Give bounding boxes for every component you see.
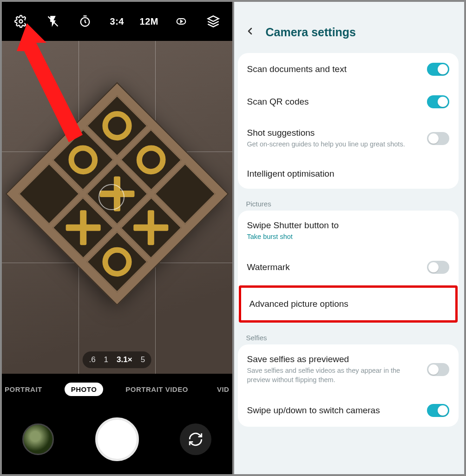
camera-mode-row[interactable]: PORTRAIT PHOTO PORTRAIT VIDEO VID xyxy=(2,374,232,404)
switch-camera-button[interactable] xyxy=(180,423,211,455)
mode-photo[interactable]: PHOTO xyxy=(65,383,104,396)
row-intelligent-optimisation[interactable]: Intelligent optimisation xyxy=(238,159,459,189)
row-scan-qr[interactable]: Scan QR codes xyxy=(238,86,459,118)
row-watermark[interactable]: Watermark xyxy=(238,251,459,284)
row-title: Save selfies as previewed xyxy=(247,354,421,364)
row-advanced-picture-options[interactable]: Advanced picture options xyxy=(241,288,456,320)
toggle-watermark[interactable] xyxy=(427,261,449,274)
camera-app-pane: 3:4 12M xyxy=(2,2,232,474)
settings-header: Camera settings xyxy=(234,2,465,53)
row-title: Scan QR codes xyxy=(247,97,421,107)
motion-photo-icon xyxy=(175,15,188,28)
settings-button[interactable] xyxy=(10,10,32,33)
row-swipe-switch-cameras[interactable]: Swipe up/down to switch cameras xyxy=(238,394,459,427)
shutter-button[interactable] xyxy=(95,417,139,461)
camera-viewfinder[interactable]: .6 1 3.1× 5 xyxy=(2,41,232,374)
settings-card-pictures: Swipe Shutter button to Take burst shot … xyxy=(238,211,459,323)
settings-body[interactable]: Scan documents and text Scan QR codes Sh… xyxy=(234,53,465,474)
mode-portrait-video[interactable]: PORTRAIT VIDEO xyxy=(119,383,195,396)
layers-icon xyxy=(207,15,220,28)
row-title: Watermark xyxy=(247,262,421,272)
camera-shutter-row xyxy=(2,404,232,474)
row-title: Advanced picture options xyxy=(249,299,447,309)
svg-point-0 xyxy=(19,20,22,23)
timer-icon xyxy=(79,15,92,28)
zoom-level-0[interactable]: .6 xyxy=(89,355,95,364)
toggle-save-selfies[interactable] xyxy=(427,363,449,376)
row-title: Swipe Shutter button to xyxy=(247,220,450,231)
back-button[interactable] xyxy=(244,26,256,39)
row-scan-documents[interactable]: Scan documents and text xyxy=(238,53,459,86)
resolution-button[interactable]: 12M xyxy=(138,10,160,33)
zoom-level-2[interactable]: 3.1× xyxy=(117,355,132,364)
section-label-selfies: Selfies xyxy=(238,327,459,344)
toggle-scan-qr[interactable] xyxy=(427,95,449,108)
toggle-shot-suggestions[interactable] xyxy=(427,132,449,145)
switch-camera-icon xyxy=(188,431,203,447)
row-subtitle: Save selfies and selfie videos as they a… xyxy=(247,366,421,384)
mode-video[interactable]: VID xyxy=(210,383,232,396)
row-title: Intelligent optimisation xyxy=(247,169,450,179)
toggle-swipe-switch[interactable] xyxy=(427,404,449,417)
gallery-button[interactable] xyxy=(22,423,54,455)
camera-settings-pane: Camera settings Scan documents and text … xyxy=(234,2,465,474)
row-title: Swipe up/down to switch cameras xyxy=(247,405,421,416)
zoom-level-3[interactable]: 5 xyxy=(141,355,145,364)
settings-card-selfies: Save selfies as previewed Save selfies a… xyxy=(238,344,459,427)
row-title: Shot suggestions xyxy=(247,128,421,138)
focus-indicator xyxy=(98,184,125,210)
filters-button[interactable] xyxy=(202,10,224,33)
gear-icon xyxy=(14,15,27,28)
section-label-pictures: Pictures xyxy=(238,193,459,211)
camera-topbar: 3:4 12M xyxy=(2,2,232,41)
row-shot-suggestions[interactable]: Shot suggestions Get on-screen guides to… xyxy=(238,118,459,159)
aspect-ratio-button[interactable]: 3:4 xyxy=(106,10,128,33)
settings-card-general: Scan documents and text Scan QR codes Sh… xyxy=(238,53,459,189)
row-subtitle: Get on-screen guides to help you line up… xyxy=(247,140,421,149)
zoom-level-1[interactable]: 1 xyxy=(104,355,108,364)
zoom-selector[interactable]: .6 1 3.1× 5 xyxy=(82,351,151,368)
mode-portrait[interactable]: PORTRAIT xyxy=(2,383,49,396)
settings-title: Camera settings xyxy=(266,26,356,39)
svg-marker-5 xyxy=(208,16,218,21)
motion-photo-button[interactable] xyxy=(170,10,192,33)
chevron-left-icon xyxy=(244,26,256,37)
flash-button[interactable] xyxy=(42,10,64,33)
toggle-scan-documents[interactable] xyxy=(427,63,449,76)
row-subtitle: Take burst shot xyxy=(247,232,450,242)
row-swipe-shutter[interactable]: Swipe Shutter button to Take burst shot xyxy=(238,211,459,251)
row-save-selfies[interactable]: Save selfies as previewed Save selfies a… xyxy=(238,344,459,394)
row-title: Scan documents and text xyxy=(247,64,421,74)
timer-button[interactable] xyxy=(74,10,96,33)
flash-off-icon xyxy=(46,15,59,28)
svg-marker-4 xyxy=(181,20,183,23)
annotation-highlight: Advanced picture options xyxy=(239,285,458,323)
